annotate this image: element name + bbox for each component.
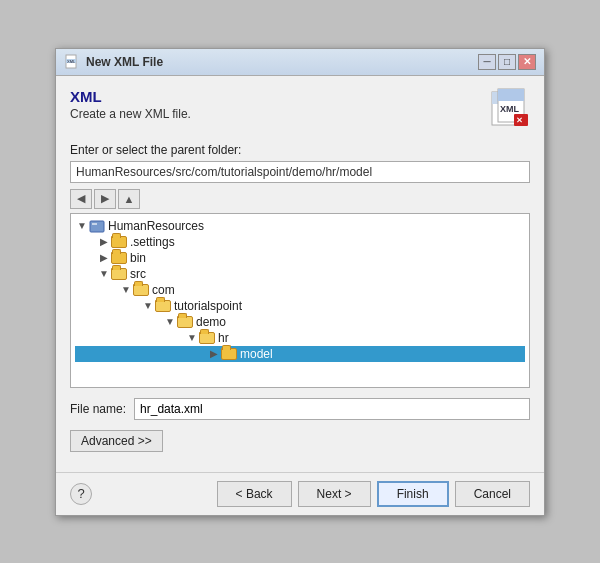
expand-src[interactable]: ▼	[97, 268, 111, 279]
svg-text:✕: ✕	[516, 116, 523, 125]
up-button[interactable]: ▲	[118, 189, 140, 209]
tree-label: bin	[130, 251, 146, 265]
filename-row: File name:	[70, 398, 530, 420]
next-button[interactable]: Next >	[298, 481, 371, 507]
finish-button[interactable]: Finish	[377, 481, 449, 507]
tree-label: src	[130, 267, 146, 281]
dialog-footer: ? < Back Next > Finish Cancel	[56, 472, 544, 515]
back-button[interactable]: ◀	[70, 189, 92, 209]
tree-label: hr	[218, 331, 229, 345]
tree-label: tutorialspoint	[174, 299, 242, 313]
project-icon	[89, 219, 105, 233]
title-bar: XML New XML File ─ □ ✕	[56, 49, 544, 76]
expand-bin[interactable]: ▶	[97, 252, 111, 263]
dialog-title: New XML File	[86, 55, 163, 69]
tree-label: .settings	[130, 235, 175, 249]
folder-icon-com	[133, 284, 149, 296]
tree-item-settings[interactable]: ▶ .settings	[75, 234, 525, 250]
folder-icon-bin	[111, 252, 127, 264]
minimize-button[interactable]: ─	[478, 54, 496, 70]
section-title: XML	[70, 88, 191, 105]
tree-item-src[interactable]: ▼ src	[75, 266, 525, 282]
folder-path-input[interactable]	[70, 161, 530, 183]
svg-text:XML: XML	[67, 59, 76, 64]
expand-com[interactable]: ▼	[119, 284, 133, 295]
tree-label: HumanResources	[108, 219, 204, 233]
tree-item-com[interactable]: ▼ com	[75, 282, 525, 298]
close-button[interactable]: ✕	[518, 54, 536, 70]
tree-label: com	[152, 283, 175, 297]
xml-icon-area: XML ✕	[486, 88, 530, 133]
section-description: Create a new XML file.	[70, 107, 191, 121]
folder-icon-settings	[111, 236, 127, 248]
tree-toolbar: ◀ ▶ ▲	[70, 189, 530, 209]
tree-item-hr[interactable]: ▼ hr	[75, 330, 525, 346]
svg-text:XML: XML	[500, 104, 520, 114]
expand-settings[interactable]: ▶	[97, 236, 111, 247]
tree-item-demo[interactable]: ▼ demo	[75, 314, 525, 330]
back-button[interactable]: < Back	[217, 481, 292, 507]
tree-label: demo	[196, 315, 226, 329]
xml-file-icon: XML ✕	[486, 88, 530, 130]
help-button[interactable]: ?	[70, 483, 92, 505]
filename-input[interactable]	[134, 398, 530, 420]
svg-rect-11	[92, 223, 97, 225]
svg-rect-6	[498, 89, 524, 101]
tree-item-bin[interactable]: ▶ bin	[75, 250, 525, 266]
svg-rect-10	[90, 221, 104, 232]
folder-icon-hr	[199, 332, 215, 344]
folder-icon-demo	[177, 316, 193, 328]
expand-model[interactable]: ▶	[207, 348, 221, 359]
title-icon: XML	[64, 54, 80, 70]
folder-tree[interactable]: ▼ HumanResources ▶ .settings	[70, 213, 530, 388]
advanced-button[interactable]: Advanced >>	[70, 430, 163, 452]
expand-tutorialspoint[interactable]: ▼	[141, 300, 155, 311]
tree-item-model[interactable]: ▶ model	[75, 346, 525, 362]
tree-item-humanresources[interactable]: ▼ HumanResources	[75, 218, 525, 234]
forward-button[interactable]: ▶	[94, 189, 116, 209]
expand-hr[interactable]: ▼	[185, 332, 199, 343]
expand-humanresources[interactable]: ▼	[75, 220, 89, 231]
expand-demo[interactable]: ▼	[163, 316, 177, 327]
footer-buttons: < Back Next > Finish Cancel	[217, 481, 530, 507]
folder-icon-tutorialspoint	[155, 300, 171, 312]
folder-icon-model	[221, 348, 237, 360]
tree-label: model	[240, 347, 273, 361]
window-controls: ─ □ ✕	[478, 54, 536, 70]
folder-icon-src	[111, 268, 127, 280]
maximize-button[interactable]: □	[498, 54, 516, 70]
filename-label: File name:	[70, 402, 126, 416]
tree-item-tutorialspoint[interactable]: ▼ tutorialspoint	[75, 298, 525, 314]
folder-label: Enter or select the parent folder:	[70, 143, 530, 157]
cancel-button[interactable]: Cancel	[455, 481, 530, 507]
